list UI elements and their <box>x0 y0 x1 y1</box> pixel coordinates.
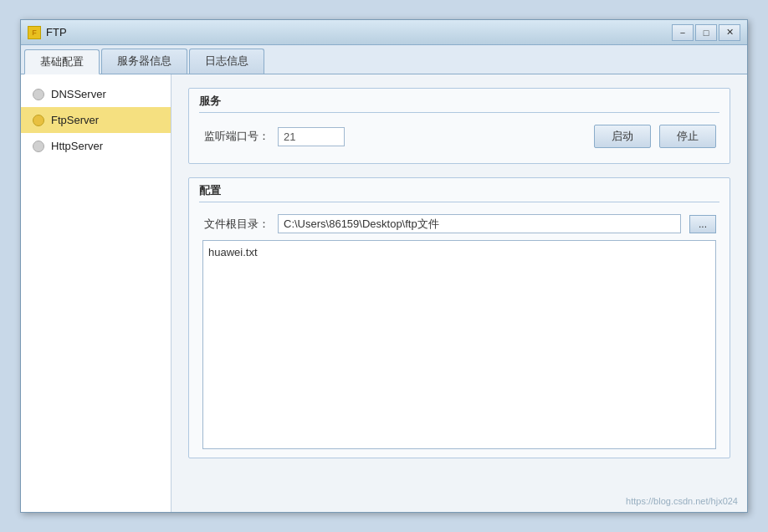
app-icon: F <box>28 26 41 39</box>
sidebar-item-dns[interactable]: DNSServer <box>21 81 171 107</box>
http-status-dot <box>33 141 44 152</box>
title-bar: F FTP − □ ✕ <box>21 20 747 45</box>
sidebar-item-ftp-label: FtpServer <box>51 114 99 126</box>
config-section: 配置 文件根目录： ... huawei.txt <box>188 177 730 458</box>
watermark: https://blog.csdn.net/hjx024 <box>626 496 738 506</box>
sidebar-item-ftp[interactable]: FtpServer <box>21 107 171 133</box>
title-bar-left: F FTP <box>28 26 67 39</box>
service-section: 服务 监听端口号： 启动 停止 <box>188 88 730 164</box>
sidebar-item-http[interactable]: HttpServer <box>21 133 171 159</box>
window-title: FTP <box>46 26 67 38</box>
browse-button[interactable]: ... <box>689 215 716 233</box>
sidebar: DNSServer FtpServer HttpServer <box>21 74 172 512</box>
port-row: 监听端口号： 启动 停止 <box>202 125 716 148</box>
title-buttons: − □ ✕ <box>672 24 740 41</box>
maximize-button[interactable]: □ <box>695 24 717 41</box>
tab-bar: 基础配置 服务器信息 日志信息 <box>21 45 747 74</box>
stop-button[interactable]: 停止 <box>659 125 716 148</box>
dns-status-dot <box>33 89 44 100</box>
tab-log[interactable]: 日志信息 <box>189 49 264 74</box>
root-label: 文件根目录： <box>202 217 269 232</box>
config-section-title: 配置 <box>189 178 730 206</box>
root-path-input[interactable] <box>278 214 681 233</box>
ftp-status-dot <box>33 115 44 126</box>
main-content: DNSServer FtpServer HttpServer 服务 <box>21 74 747 512</box>
main-window: F FTP − □ ✕ 基础配置 服务器信息 日志信息 DNSServer <box>20 19 748 513</box>
config-section-body: 文件根目录： ... huawei.txt <box>189 206 730 458</box>
start-button[interactable]: 启动 <box>594 125 651 148</box>
port-label: 监听端口号： <box>202 129 269 144</box>
close-button[interactable]: ✕ <box>719 24 740 41</box>
port-input[interactable] <box>278 127 345 146</box>
file-item: huawei.txt <box>208 246 710 258</box>
right-content: 服务 监听端口号： 启动 停止 配置 <box>172 74 747 512</box>
root-path-row: 文件根目录： ... <box>202 214 716 233</box>
sidebar-item-dns-label: DNSServer <box>51 88 106 100</box>
service-section-body: 监听端口号： 启动 停止 <box>189 116 730 163</box>
tab-server[interactable]: 服务器信息 <box>101 49 187 74</box>
sidebar-item-http-label: HttpServer <box>51 140 103 152</box>
tab-basic[interactable]: 基础配置 <box>24 49 100 74</box>
file-list: huawei.txt <box>202 240 716 449</box>
service-section-title: 服务 <box>189 89 730 116</box>
minimize-button[interactable]: − <box>672 24 694 41</box>
